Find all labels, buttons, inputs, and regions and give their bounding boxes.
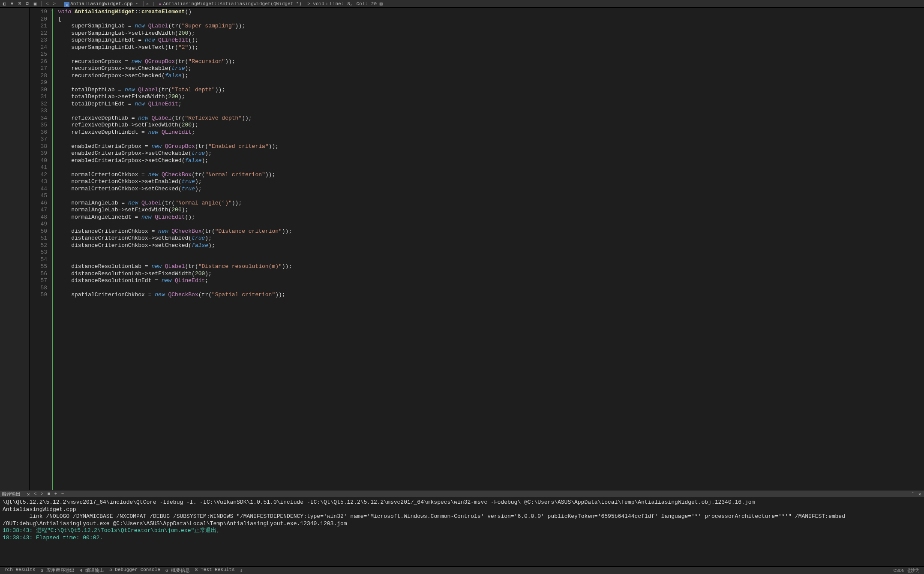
line-number: 20 [30,16,47,23]
code-line[interactable] [58,51,924,58]
line-number: 45 [30,192,47,200]
code-line[interactable]: normalCrterionChkbox->setChecked(true); [58,186,924,193]
fold-bar[interactable]: ▾ [51,8,57,490]
code-line[interactable]: recursionGrpbox->setChecked(false); [58,72,924,80]
split-icon[interactable]: ⧉ [25,1,30,6]
code-line[interactable]: superSamplingLab = new QLabel(tr("Super … [58,23,924,30]
panel-close-icon[interactable]: ✕ [917,491,922,497]
code-line[interactable]: totalDepthLab = new QLabel(tr("Total dep… [58,87,924,94]
code-line[interactable]: normalCrterionChkbox->setEnabled(true); [58,178,924,186]
line-number: 24 [30,44,47,51]
code-line[interactable] [58,249,924,256]
code-line[interactable]: recursionGrpbox = new QGroupBox(tr("Recu… [58,58,924,66]
code-line[interactable] [58,136,924,143]
split-vertical-icon[interactable]: ▥ [378,1,384,6]
code-line[interactable]: superSamplingLinEdt = new QLineEdit(); [58,37,924,44]
code-line[interactable] [58,192,924,200]
code-line[interactable]: distanceResolutionLab->setFixedWidth(200… [58,270,924,278]
panel-expand-icon[interactable]: ˄ [910,491,915,497]
nav-forward-icon[interactable]: > [52,1,57,6]
panel-stop-icon[interactable]: ■ [46,491,51,497]
code-line[interactable]: superSamplingLinEdt->setText(tr("2")); [58,44,924,51]
new-window-icon[interactable]: ▣ [33,1,38,6]
status-tab[interactable]: 4 编译输出 [77,567,107,574]
code-line[interactable]: { [58,16,924,23]
panel-zoom-out-icon[interactable]: − [60,491,65,497]
line-number: 44 [30,186,47,193]
line-number: 35 [30,122,47,129]
code-line[interactable]: superSamplingLab->setFixedWidth(200); [58,30,924,37]
panel-next-icon[interactable]: > [39,491,45,497]
code-line[interactable]: enabledCriteriaGrpbox->setCheckable(true… [58,150,924,157]
status-tab[interactable]: 6 概要信息 [163,567,192,574]
code-line[interactable] [58,79,924,87]
separator [41,1,42,6]
main-area: 1920212223242526272829303132333435363738… [0,8,924,490]
line-number: 27 [30,65,47,72]
code-line[interactable]: reflexiveDepthLab = new QLabel(tr("Refle… [58,115,924,122]
code-line[interactable]: enabledCriteriaGrpbox->setChecked(false)… [58,157,924,165]
code-line[interactable] [58,221,924,228]
code-line[interactable]: normalCrterionChkbox = new QCheckBox(tr(… [58,171,924,179]
line-number: 57 [30,277,47,285]
code-line[interactable]: totalDepthLab->setFixedWidth(200); [58,93,924,101]
locator-dropdown-icon[interactable]: ⇕ [326,1,328,6]
panel-zoom-in-icon[interactable]: + [53,491,58,497]
code-line[interactable]: normalAngleLineEdt = new QLineEdit(); [58,214,924,221]
panel-prev-icon[interactable]: < [33,491,38,497]
line-number: 36 [30,129,47,136]
line-number: 48 [30,214,47,221]
status-tab[interactable]: 3 应用程序输出 [38,567,77,574]
code-line[interactable]: normalAngleLab = new QLabel(tr("Normal a… [58,200,924,207]
line-number: 39 [30,150,47,157]
code-line[interactable]: spatialCriterionChkbox = new QCheckBox(t… [58,292,924,299]
line-number: 59 [30,292,47,299]
output-line: link /NOLOGO /DYNAMICBASE /NXCOMPAT /DEB… [3,513,921,527]
code-line[interactable]: totalDepthLinEdt = new QLineEdit; [58,101,924,108]
line-number: 40 [30,157,47,165]
tab-bar: c AntialiasingWidget.cpp ▾ ✕ | ⬥ Antiali… [62,1,324,7]
panel-tool-icon[interactable]: ⚒ [26,491,31,497]
code-area[interactable]: void AntialiasingWidget::createElement()… [57,8,924,490]
code-line[interactable]: distanceResolutionLinEdt = new QLineEdit… [58,277,924,285]
cursor-locator[interactable]: Line: 8, Col: 20 [330,1,377,6]
editor-toolbar: ◧ ▼ ⌘ ⧉ ▣ < > c AntialiasingWidget.cpp ▾… [0,0,924,8]
code-line[interactable]: normalAngleLab->setFixedWidth(200); [58,207,924,214]
code-line[interactable] [58,285,924,292]
bookmark-icon[interactable]: ◧ [2,1,7,6]
code-line[interactable] [58,108,924,115]
output-panel-body[interactable]: \Qt\Qt5.12.2\5.12.2\msvc2017_64\include\… [0,497,924,566]
status-tab[interactable]: rch Results [2,567,38,574]
line-number: 28 [30,72,47,80]
output-panel-header: 编译输出 ⚒ < > ■ + − ˄ ✕ [0,490,924,497]
col-label: Col: [356,1,367,6]
editor[interactable]: 1920212223242526272829303132333435363738… [30,8,924,490]
code-line[interactable]: distanceCriterionChkbox->setChecked(fals… [58,242,924,249]
tab-dropdown-icon[interactable]: ▾ [135,1,138,6]
code-line[interactable]: reflexiveDepthLab->setFixedWidth(200); [58,122,924,129]
code-line[interactable] [58,256,924,264]
code-line[interactable]: distanceResolutionLab = new QLabel(tr("D… [58,263,924,270]
code-line[interactable]: recursionGrpbox->setCheckable(true); [58,65,924,72]
status-dropdown-icon[interactable]: ⇕ [237,568,245,573]
code-line[interactable]: void AntialiasingWidget::createElement() [58,9,924,16]
line-number: 46 [30,200,47,207]
line-number: 43 [30,178,47,186]
code-line[interactable]: enabledCriteriaGrpbox = new QGroupBox(tr… [58,143,924,150]
status-tab[interactable]: 5 Debugger Console [107,567,163,574]
nav-back-icon[interactable]: < [45,1,50,6]
tab-file-1[interactable]: c AntialiasingWidget.cpp ▾ [62,1,141,7]
breadcrumb-function[interactable]: AntialiasingWidget::AntialiasingWidget(Q… [163,1,324,6]
output-line: AntialiasingWidget.cpp [3,506,921,514]
line-number: 25 [30,51,47,58]
link-icon[interactable]: ⌘ [17,1,22,6]
code-line[interactable]: distanceCriterionChkbox = new QCheckBox(… [58,228,924,235]
fold-toggle-icon[interactable]: ▾ [51,8,54,12]
code-line[interactable]: distanceCriterionChkbox->setEnabled(true… [58,235,924,242]
code-line[interactable] [58,164,924,171]
code-line[interactable]: reflexiveDepthLinEdt = new QLineEdit; [58,129,924,136]
tab-close-icon[interactable]: ✕ [146,1,149,6]
status-tab[interactable]: 8 Test Results [192,567,237,574]
filter-icon[interactable]: ▼ [9,1,15,6]
breadcrumb-separator: | [152,1,155,6]
